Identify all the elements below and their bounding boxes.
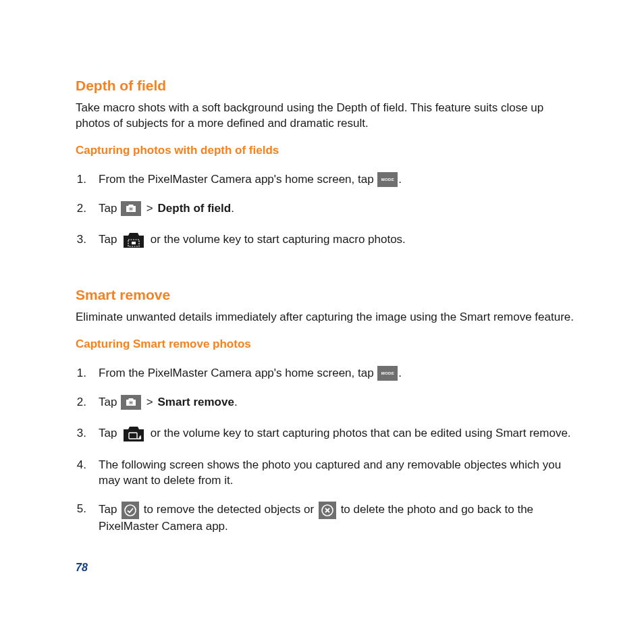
heading-smart-remove: Smart remove [76, 287, 576, 303]
step-number: 2. [76, 395, 86, 410]
step-text: Tap [99, 202, 120, 215]
steps-dof: 1. From the PixelMaster Camera app's hom… [76, 172, 576, 250]
capture-sr-icon [122, 424, 146, 444]
svg-rect-3 [132, 242, 136, 244]
step-text: Tap [99, 396, 120, 408]
step-content: From the PixelMaster Camera app's home s… [99, 366, 576, 381]
step-sr-1: 1. From the PixelMaster Camera app's hom… [76, 366, 576, 381]
step-text: to remove the detected objects or [140, 504, 317, 516]
step-text: . [231, 202, 234, 215]
intro-depth-of-field: Take macro shots with a soft background … [76, 101, 576, 132]
step-text: . [398, 173, 402, 186]
step-number: 3. [76, 426, 86, 441]
step-text: . [234, 396, 238, 408]
step-text: > [142, 396, 157, 408]
step-dof-3: 3. Tap or the volume key to start captur… [76, 230, 576, 250]
subheading-capturing-sr: Capturing Smart remove photos [76, 338, 576, 351]
heading-depth-of-field: Depth of field [76, 78, 576, 94]
step-sr-2: 2. Tap > Smart remove. [76, 395, 576, 410]
camera-mode-icon [121, 395, 141, 410]
step-number: 3. [76, 232, 86, 248]
step-content: Tap to remove the detected objects or to… [99, 502, 576, 535]
step-content: Tap > Depth of field. [99, 201, 576, 217]
section-smart-remove: Smart remove Eliminate unwanted details … [76, 287, 576, 535]
step-text: Tap [99, 233, 120, 246]
step-text: or the volume key to start capturing mac… [147, 233, 406, 246]
intro-smart-remove: Eliminate unwanted details immediately a… [76, 310, 576, 325]
step-sr-3: 3. Tap or the volume key to start captur… [76, 424, 576, 444]
step-text-bold: Depth of field [158, 202, 232, 215]
step-dof-1: 1. From the PixelMaster Camera app's hom… [76, 172, 576, 188]
mode-icon: MODE [377, 366, 398, 381]
confirm-icon [122, 502, 139, 519]
step-content: The following screen shows the photo you… [99, 458, 576, 489]
step-text: or the volume key to start capturing pho… [147, 427, 570, 439]
step-sr-4: 4. The following screen shows the photo … [76, 458, 576, 489]
step-number: 5. [76, 502, 86, 517]
svg-point-7 [125, 505, 136, 516]
step-text: . [398, 367, 402, 379]
step-content: Tap > Smart remove. [99, 395, 576, 410]
page-number: 78 [76, 562, 88, 574]
step-content: Tap or the volume key to start capturing… [99, 230, 576, 250]
step-content: From the PixelMaster Camera app's home s… [99, 172, 576, 188]
step-text: From the PixelMaster Camera app's home s… [99, 367, 377, 379]
step-text: > [142, 202, 157, 215]
step-content: Tap or the volume key to start capturing… [99, 424, 576, 444]
step-sr-5: 5. Tap to remove the detected objects or… [76, 502, 576, 535]
step-number: 1. [76, 366, 86, 381]
steps-sr: 1. From the PixelMaster Camera app's hom… [76, 366, 576, 535]
step-dof-2: 2. Tap > Depth of field. [76, 201, 576, 217]
step-text: Tap [99, 427, 120, 439]
capture-dof-icon [122, 230, 146, 250]
document-page: Depth of field Take macro shots with a s… [0, 0, 644, 579]
camera-mode-icon [121, 201, 141, 216]
step-number: 4. [76, 458, 86, 473]
step-number: 2. [76, 201, 86, 217]
subheading-capturing-dof: Capturing photos with depth of fields [76, 144, 576, 157]
mode-icon: MODE [377, 172, 398, 187]
step-text: Tap [99, 504, 120, 516]
step-text-bold: Smart remove [158, 396, 234, 408]
cancel-icon [319, 502, 336, 519]
step-number: 1. [76, 172, 86, 188]
step-text: From the PixelMaster Camera app's home s… [99, 173, 377, 186]
